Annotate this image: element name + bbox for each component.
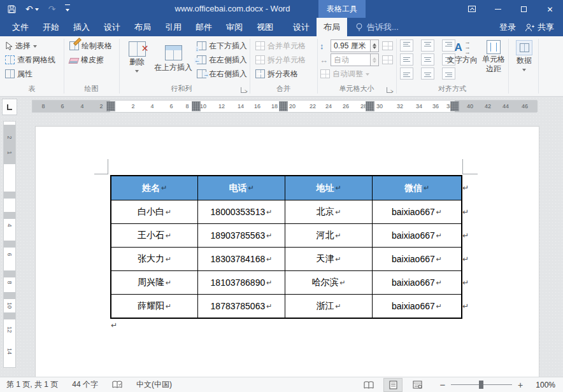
table-cell-r2c3[interactable]: baixiao667↵	[373, 248, 461, 270]
tab-main-6[interactable]: 审阅	[219, 18, 250, 36]
cell-margins-button[interactable]: 单元格 边距	[479, 39, 508, 73]
zoom-slider-thumb[interactable]	[479, 381, 483, 389]
table-header-cell-2[interactable]: 地址↵	[285, 176, 372, 200]
select-button[interactable]: 选择	[4, 39, 38, 52]
distribute-columns-button[interactable]	[382, 53, 393, 66]
table-cell-r3c2[interactable]: 哈尔滨↵	[285, 271, 372, 294]
table-column-marker[interactable]	[450, 101, 459, 111]
rows-dialog-launcher[interactable]	[241, 87, 246, 93]
insert-above-button[interactable]: 在上方插入	[153, 39, 194, 72]
view-gridlines-button[interactable]: 查看网格线	[4, 53, 57, 66]
zoom-slider-track[interactable]	[451, 384, 512, 385]
table-cell-r3c0[interactable]: 周兴隆↵	[111, 271, 197, 294]
word-count[interactable]: 44 个字	[72, 379, 98, 390]
merge-cells-button[interactable]: 合并单元格	[254, 39, 307, 52]
vertical-ruler[interactable]: 21468101214	[3, 121, 16, 368]
table-cell-r0c3[interactable]: baixiao667↵	[373, 200, 461, 223]
table-cell-r4c3[interactable]: baixiao667↵	[373, 295, 461, 318]
insert-left-button[interactable]: 在左侧插入	[196, 53, 248, 66]
table-cell-r2c2[interactable]: 天津↵	[285, 248, 372, 270]
text-direction-button[interactable]: 文字方向	[446, 39, 479, 64]
properties-button[interactable]: 属性	[4, 67, 34, 80]
tell-me-box[interactable]: 告诉我...	[355, 18, 399, 36]
close-button[interactable]	[537, 0, 563, 18]
proofing-button[interactable]	[112, 381, 122, 389]
table-column-marker[interactable]	[192, 101, 201, 111]
row-height-input[interactable]: 0.95 厘米	[331, 39, 371, 52]
table-cell-r1c2[interactable]: 河北↵	[285, 224, 372, 247]
split-cells-button[interactable]: 拆分单元格	[254, 53, 307, 66]
table-cell-r0c1[interactable]: 18000353513↵	[198, 200, 285, 223]
language-indicator[interactable]: 中文(中国)	[136, 379, 172, 390]
table-header-cell-0[interactable]: 姓名↵	[111, 176, 197, 200]
align-bottom-left-button[interactable]	[400, 67, 413, 80]
table-row-marker[interactable]	[4, 312, 15, 319]
zoom-level[interactable]: 100%	[531, 381, 555, 389]
row-height-spinner[interactable]	[371, 39, 379, 52]
page-indicator[interactable]: 第 1 页, 共 1 页	[6, 379, 58, 390]
table-cell-r3c3[interactable]: baixiao667↵	[373, 271, 461, 294]
column-width-input[interactable]: 自动	[331, 53, 371, 66]
align-center-left-button[interactable]	[400, 53, 413, 66]
table-row-marker[interactable]	[4, 212, 15, 219]
read-mode-button[interactable]	[359, 378, 378, 392]
table-cell-r1c0[interactable]: 王小石↵	[111, 224, 197, 247]
split-table-button[interactable]: 拆分表格	[254, 67, 299, 80]
align-top-left-button[interactable]	[400, 39, 413, 52]
tab-file[interactable]: 文件	[5, 18, 36, 36]
zoom-out-button[interactable]	[438, 379, 447, 390]
share-button[interactable]: 共享	[525, 22, 554, 33]
sign-in-link[interactable]: 登录	[499, 22, 516, 33]
tab-stop-selector[interactable]	[2, 99, 17, 115]
eraser-button[interactable]: 橡皮擦	[68, 53, 105, 66]
distribute-rows-button[interactable]	[382, 39, 393, 52]
contextual-tab-1[interactable]: 布局	[317, 18, 347, 36]
web-layout-button[interactable]	[408, 378, 427, 392]
maximize-button[interactable]	[511, 0, 537, 18]
delete-button[interactable]: 删除	[122, 39, 152, 74]
contextual-tab-0[interactable]: 设计	[286, 18, 317, 36]
table-column-marker[interactable]	[366, 101, 374, 111]
minimize-button[interactable]	[485, 0, 511, 18]
autofit-button[interactable]: 自动调整	[319, 67, 371, 80]
tab-main-7[interactable]: 视图	[250, 18, 280, 36]
table-column-marker[interactable]	[279, 101, 288, 111]
align-bottom-right-button[interactable]	[442, 67, 455, 80]
tab-main-5[interactable]: 邮件	[189, 18, 219, 36]
table-cell-r1c3[interactable]: baixiao667↵	[373, 224, 461, 247]
insert-right-button[interactable]: 在右侧插入	[196, 67, 248, 80]
insert-below-button[interactable]: 在下方插入	[196, 39, 248, 52]
table-cell-r0c0[interactable]: 白小白↵	[111, 200, 197, 223]
tab-main-3[interactable]: 布局	[127, 18, 158, 36]
align-top-center-button[interactable]	[421, 39, 434, 52]
table-cell-r2c0[interactable]: 张大力↵	[111, 248, 197, 270]
table-row-marker[interactable]	[4, 192, 15, 199]
tab-main-1[interactable]: 插入	[66, 18, 97, 36]
table-cell-r2c1[interactable]: 18303784168↵	[198, 248, 285, 270]
cell-size-dialog-launcher[interactable]	[387, 87, 392, 93]
table-column-marker[interactable]	[106, 101, 115, 111]
tab-main-0[interactable]: 开始	[36, 18, 66, 36]
tab-main-4[interactable]: 引用	[158, 18, 189, 36]
draw-table-button[interactable]: 绘制表格	[68, 39, 113, 52]
table-cell-r4c0[interactable]: 薛耀阳↵	[111, 295, 197, 318]
group-divider	[508, 39, 509, 94]
align-center-center-button[interactable]	[421, 53, 434, 66]
table-cell-r1c1[interactable]: 18903785563↵	[198, 224, 285, 247]
table-header-cell-1[interactable]: 电话↵	[198, 176, 285, 200]
ruler-tick	[8, 338, 12, 339]
ribbon-display-options-button[interactable]	[459, 0, 485, 18]
table-cell-r4c1[interactable]: 18783785063↵	[198, 295, 285, 318]
table-cell-r4c2[interactable]: 浙江↵	[285, 295, 372, 318]
table-header-cell-3[interactable]: 微信↵	[373, 176, 461, 200]
table-cell-r0c2[interactable]: 北京↵	[285, 200, 372, 223]
table-cell-r3c1[interactable]: 18103786890↵	[198, 271, 285, 294]
data-button[interactable]: 数据	[511, 39, 537, 73]
print-layout-button[interactable]	[383, 378, 403, 392]
table-row-marker[interactable]	[4, 241, 15, 248]
table-row-marker[interactable]	[4, 292, 15, 299]
horizontal-ruler[interactable]: 8642246810121416182022242628303234363840…	[32, 100, 537, 113]
tab-main-2[interactable]: 设计	[97, 18, 127, 36]
zoom-in-button[interactable]	[516, 380, 525, 390]
align-bottom-center-button[interactable]	[421, 67, 434, 80]
